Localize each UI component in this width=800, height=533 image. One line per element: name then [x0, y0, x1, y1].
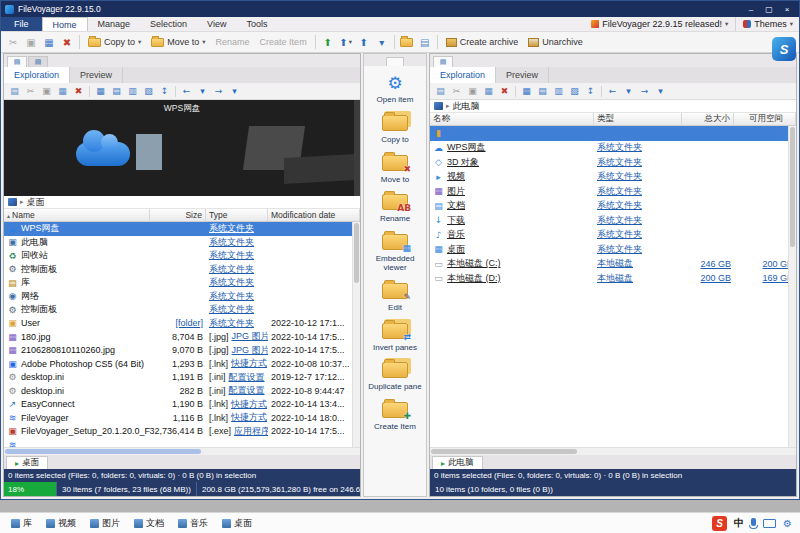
taskbar-item-文档[interactable]: 文档 — [127, 513, 171, 533]
keyboard-icon[interactable] — [763, 519, 776, 528]
file-row[interactable]: ↗EasyConnect1,190 B[.lnk]快捷方式2022-10-14 … — [4, 398, 360, 412]
file-row[interactable]: ▣FileVoyager_Setup_20.1.20.0_Full.exe32,… — [4, 425, 360, 439]
tab-selection[interactable]: Selection — [140, 17, 197, 31]
ime-language-indicator[interactable]: 中 — [734, 516, 744, 530]
right-horizontal-scrollbar[interactable] — [430, 447, 796, 455]
right-location-tab[interactable]: ▸ 此电脑 — [432, 456, 483, 469]
new-tab-icon[interactable]: ▤ — [433, 84, 448, 98]
cut-icon[interactable]: ✂ — [5, 34, 21, 51]
middle-duplicate-pane-button[interactable]: Duplicate pane — [364, 355, 426, 395]
right-vertical-scrollbar[interactable] — [788, 126, 796, 447]
go-up-icon[interactable]: ⬆ — [320, 34, 336, 51]
navigation-history-icon[interactable]: ▾ — [374, 34, 390, 51]
file-row[interactable]: ≋FileVoyager1,116 B[.lnk]快捷方式2022-10-14 … — [4, 411, 360, 425]
file-menu-button[interactable]: File — [1, 17, 42, 31]
file-row[interactable]: ▦图片系统文件夹 — [430, 184, 796, 199]
forward-icon[interactable]: → — [637, 84, 652, 98]
view-content-icon[interactable]: ▧ — [567, 84, 582, 98]
new-file-icon[interactable]: ▤ — [417, 34, 433, 51]
forward-history-icon[interactable]: ▾ — [227, 84, 242, 98]
view-content-icon[interactable]: ▧ — [141, 84, 156, 98]
sogou-input-logo[interactable]: S — [712, 516, 727, 531]
file-row[interactable]: ♪音乐系统文件夹 — [430, 228, 796, 243]
left-location-tab[interactable]: ▸ 桌面 — [6, 456, 48, 469]
close-button[interactable]: × — [779, 3, 795, 15]
tab-tools[interactable]: Tools — [236, 17, 277, 31]
file-row[interactable]: ▤库系统文件夹 — [4, 276, 360, 290]
middle-rename-button[interactable]: ABRename — [364, 187, 426, 227]
delete-icon[interactable]: ✖ — [71, 84, 86, 98]
create-archive-button[interactable]: Create archive — [442, 34, 523, 51]
paste-icon[interactable]: ▦ — [41, 34, 57, 51]
file-row[interactable]: ⚙控制面板系统文件夹 — [4, 303, 360, 317]
left-address-bar[interactable]: ▸ 桌面 — [4, 196, 360, 209]
middle-edit-button[interactable]: ✎Edit — [364, 276, 426, 316]
sort-icon[interactable]: ↕ — [157, 84, 172, 98]
column-header-total-size[interactable]: 总大小 — [682, 113, 734, 125]
tab-preview[interactable]: Preview — [496, 67, 549, 83]
cut-icon[interactable]: ✂ — [23, 84, 38, 98]
left-horizontal-scrollbar[interactable] — [4, 447, 360, 455]
taskbar-item-图片[interactable]: 图片 — [83, 513, 127, 533]
pane-tab-icon[interactable]: ▤ — [7, 56, 27, 67]
back-icon[interactable]: ← — [179, 84, 194, 98]
rename-button[interactable]: Rename — [212, 34, 254, 51]
file-row[interactable]: ♻回收站系统文件夹 — [4, 249, 360, 263]
file-row[interactable]: ↓下载系统文件夹 — [430, 213, 796, 228]
minimize-button[interactable]: – — [743, 3, 759, 15]
back-icon[interactable]: ← — [605, 84, 620, 98]
delete-icon[interactable]: ✖ — [497, 84, 512, 98]
settings-gear-icon[interactable]: ⚙ — [783, 518, 792, 529]
go-up-history-icon[interactable]: ⬆▾ — [338, 34, 354, 51]
back-history-icon[interactable]: ▾ — [195, 84, 210, 98]
view-details-icon[interactable]: ▥ — [125, 84, 140, 98]
right-address-bar[interactable]: ▸ 此电脑 — [430, 100, 796, 113]
back-history-icon[interactable]: ▾ — [621, 84, 636, 98]
preview-scrollbar[interactable] — [354, 100, 360, 196]
announcement-button[interactable]: FileVoyager 22.9.15 released! ▾ — [591, 19, 728, 29]
middle-move-to-button[interactable]: ✖Move to — [364, 148, 426, 188]
scrollbar-thumb[interactable] — [790, 127, 795, 247]
taskbar-item-桌面[interactable]: 桌面 — [215, 513, 259, 533]
file-row[interactable]: ▸视频系统文件夹 — [430, 170, 796, 185]
tab-exploration[interactable]: Exploration — [430, 67, 496, 83]
file-row[interactable]: ▭本地磁盘 (D:)本地磁盘200 GB169 GB — [430, 271, 796, 286]
file-row[interactable]: ▣User[folder]系统文件夹2022-10-12 17:1... — [4, 317, 360, 331]
middle-tab[interactable] — [386, 57, 404, 66]
file-row[interactable]: ☁WPS网盘系统文件夹 — [4, 222, 360, 236]
move-to-button[interactable]: Move to ▾ — [147, 34, 209, 51]
copy-icon[interactable]: ▣ — [23, 34, 39, 51]
delete-icon[interactable]: ✖ — [59, 34, 75, 51]
copy-icon[interactable]: ▣ — [39, 84, 54, 98]
file-row[interactable]: ⚙desktop.ini1,191 B[.ini]配置设置2019-12-7 1… — [4, 371, 360, 385]
file-row[interactable]: ⚙desktop.ini282 B[.ini]配置设置2022-10-8 9:4… — [4, 384, 360, 398]
view-large-icons-icon[interactable]: ▦ — [93, 84, 108, 98]
microphone-icon[interactable] — [751, 518, 756, 526]
column-header-size[interactable]: Size — [150, 209, 206, 221]
tab-exploration[interactable]: Exploration — [4, 67, 70, 83]
taskbar-item-库[interactable]: 库 — [4, 513, 39, 533]
column-header-type[interactable]: 类型 — [594, 113, 682, 125]
forward-history-icon[interactable]: ▾ — [653, 84, 668, 98]
tab-preview[interactable]: Preview — [70, 67, 123, 83]
file-row[interactable]: ≋ — [4, 438, 360, 447]
tab-view[interactable]: View — [197, 17, 236, 31]
middle-invert-panes-button[interactable]: ⇄Invert panes — [364, 316, 426, 356]
maximize-button[interactable]: ▢ — [761, 3, 777, 15]
file-row[interactable]: ▣此电脑系统文件夹 — [4, 236, 360, 250]
file-row[interactable]: ⚙控制面板系统文件夹 — [4, 263, 360, 277]
scrollbar-thumb[interactable] — [431, 449, 577, 454]
unarchive-button[interactable]: Unarchive — [524, 34, 587, 51]
paste-icon[interactable]: ▦ — [481, 84, 496, 98]
taskbar-item-音乐[interactable]: 音乐 — [171, 513, 215, 533]
file-row[interactable]: ▮ — [430, 126, 796, 141]
view-details-icon[interactable]: ▥ — [551, 84, 566, 98]
tab-home[interactable]: Home — [42, 17, 88, 31]
file-row[interactable]: ◇3D 对象系统文件夹 — [430, 155, 796, 170]
copy-to-button[interactable]: Copy to ▾ — [84, 34, 145, 51]
column-header-name[interactable]: 名称 — [430, 113, 594, 125]
forward-icon[interactable]: → — [211, 84, 226, 98]
middle-open-item-button[interactable]: ⚙Open item — [364, 68, 426, 108]
new-folder-icon[interactable] — [399, 34, 415, 51]
middle-embedded-viewer-button[interactable]: ▦Embedded viewer — [364, 227, 426, 276]
